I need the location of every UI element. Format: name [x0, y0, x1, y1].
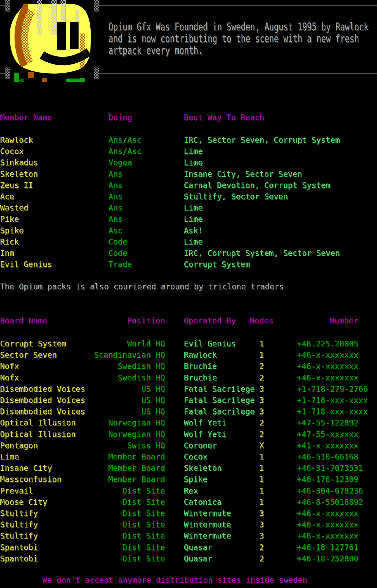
board-row: NofxSwedish HQBruchie2+46-x-xxxxxxx: [0, 373, 377, 385]
board-operated-cell: Bruchie: [184, 362, 217, 371]
board-nodes-cell: 2: [254, 543, 269, 552]
member-row: WastedAnsLime: [0, 203, 377, 215]
board-name-cell: Pentagon: [0, 441, 38, 450]
board-number-cell: +46.225.20005: [297, 339, 358, 348]
leaf-band: [66, 79, 81, 82]
member-row: InmCodeIRC, Corrupt System, Sector Seven: [0, 249, 377, 260]
board-position-cell: Swedish HQ: [71, 362, 165, 371]
board-number-cell: +46-510-66168: [297, 452, 358, 461]
board-operated-cell: Catonica: [184, 498, 222, 507]
board-operated-cell: Wintermute: [184, 509, 231, 518]
board-operated-cell: Fatal Sacrilege: [184, 407, 255, 416]
member-header-doing: Doing: [108, 113, 132, 122]
board-table-header: Board Name Position Operated By Nodes Nu…: [0, 316, 377, 328]
pole-icon: [94, 68, 99, 79]
board-position-cell: Member Board: [71, 452, 165, 461]
pole-icon: [94, 0, 99, 12]
member-reach-cell: Corrupt System: [184, 260, 250, 269]
member-doing-cell: Ans/Asc: [108, 147, 141, 156]
board-name-cell: Corrupt System: [0, 339, 66, 348]
courier-note: The Opium packs is also couriered around…: [0, 282, 284, 291]
board-name-cell: Optical Illusion: [0, 418, 76, 427]
member-reach-cell: Lime: [184, 237, 203, 246]
smiley-eye-right: [70, 22, 79, 49]
board-number-cell: +46-304-678236: [297, 486, 363, 495]
board-nodes-cell: 1: [254, 486, 269, 495]
board-row: Optical IllusionNorwegian HQWolf Yeti2+4…: [0, 418, 377, 430]
rule-bottom-right: [99, 73, 377, 74]
board-nodes-cell: 1: [254, 452, 269, 461]
member-reach-cell: Lime: [184, 158, 203, 167]
board-row: LimeMember BoardCocox1+46-510-66168: [0, 452, 377, 464]
board-name-cell: Stultify: [0, 509, 38, 518]
board-row: StultifyDist SiteWintermute3+46-x-xxxxxx…: [0, 509, 377, 520]
board-row: StultifyDist SiteWintermute3+46-x-xxxxxx…: [0, 520, 377, 532]
smiley-shade-block: [42, 78, 47, 82]
rule-top-left: [0, 5, 5, 6]
pole-icon: [5, 68, 10, 79]
board-name-cell: Sector Seven: [0, 351, 57, 359]
board-operated-cell: Skeleton: [184, 464, 222, 473]
board-nodes-cell: 1: [254, 498, 269, 507]
member-header-reach: Best Way To Reach: [184, 113, 264, 122]
intro-line: and is now contributing to the scene wit…: [108, 33, 359, 45]
board-position-cell: Dist Site: [71, 554, 165, 563]
board-row: SpantobiDist SiteQuasar2+46-18-252800: [0, 554, 377, 566]
board-row: Moose CityDist SiteCatonica1+46-8-550168…: [0, 498, 377, 509]
leaf-dither: [19, 79, 24, 82]
member-name-cell: Rawlock: [0, 136, 33, 145]
board-number-cell: +1-718-xxx-xxxx: [297, 396, 368, 405]
board-number-cell: +46-x-xxxxxxx: [297, 351, 358, 359]
member-row: Evil GeniusTradeCorrupt System: [0, 260, 377, 271]
board-number-cell: +46-x-xxxxxxx: [297, 509, 358, 518]
member-row: AceAnsStultify, Sector Seven: [0, 192, 377, 204]
board-nodes-cell: 1: [254, 339, 269, 348]
member-doing-cell: Code: [108, 249, 127, 258]
board-row: Disembodied VoicesUS HQFatal Sacrilege3+…: [0, 396, 377, 407]
member-doing-cell: Ans/Asc: [108, 136, 141, 145]
member-doing-cell: Code: [108, 237, 127, 246]
board-position-cell: Member Board: [71, 475, 165, 484]
member-reach-cell: IRC, Corrupt System, Sector Seven: [184, 249, 340, 258]
board-nodes-cell: 1: [254, 464, 269, 473]
smiley-highlight: [37, 0, 42, 35]
member-doing-cell: Asc: [108, 226, 123, 235]
board-name-cell: Spantobi: [0, 543, 38, 552]
member-reach-cell: Lime: [184, 203, 203, 212]
member-reach-cell: Carnal Devotion, Corrupt System: [184, 181, 330, 190]
board-position-cell: Norwegian HQ: [71, 430, 165, 439]
member-doing-cell: Ans: [108, 215, 123, 224]
board-row: Disembodied VoicesUS HQFatal Sacrilege3+…: [0, 385, 377, 396]
smiley-highlight: [51, 0, 56, 35]
board-position-cell: US HQ: [71, 407, 165, 416]
board-position-cell: Member Board: [71, 464, 165, 473]
board-number-cell: +46-8-55016892: [297, 498, 363, 507]
member-name-cell: Wasted: [0, 203, 28, 212]
board-nodes-cell: X: [254, 441, 269, 450]
board-operated-cell: Cocox: [184, 452, 207, 461]
board-name-cell: Prevail: [0, 486, 33, 495]
board-name-cell: Stultify: [0, 520, 38, 529]
member-header-name: Member Name: [0, 113, 52, 122]
board-operated-cell: Rawlock: [184, 351, 217, 359]
board-nodes-cell: 3: [254, 396, 269, 405]
smiley-shade-block: [28, 72, 34, 78]
board-row: NofxSwedish HQBruchie2+46-x-xxxxxxx: [0, 362, 377, 373]
board-nodes-cell: 3: [254, 407, 269, 416]
member-reach-cell: Insane City, Sector Seven: [184, 170, 302, 179]
board-number-cell: +46-x-xxxxxxx: [297, 531, 358, 540]
smiley-mouth-corner: [42, 56, 51, 60]
member-name-cell: Inm: [0, 249, 14, 258]
member-row: PikeAnsLime: [0, 215, 377, 226]
board-number-cell: +46-x-xxxxxxx: [297, 373, 358, 382]
member-reach-cell: Lime: [184, 147, 203, 156]
board-operated-cell: Wolf Yeti: [184, 418, 226, 427]
board-operated-cell: Bruchie: [184, 373, 217, 382]
board-header-position: Position: [71, 316, 165, 325]
board-number-cell: +41-x-xxxxxxx: [297, 441, 358, 450]
board-header-operated: Operated By: [184, 316, 236, 325]
member-reach-cell: Lime: [184, 215, 203, 224]
member-reach-cell: Stultify, Sector Seven: [184, 192, 288, 201]
board-position-cell: Scandinavian HQ: [71, 351, 165, 359]
intro-line: artpack every month.: [108, 45, 203, 57]
